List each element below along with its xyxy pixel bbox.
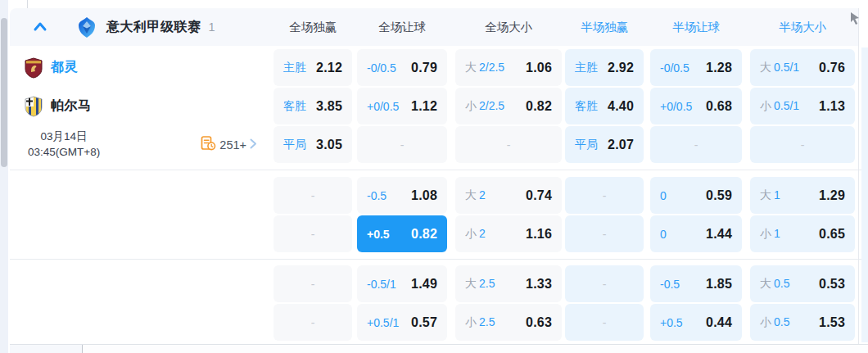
odds-cell[interactable]: 小10.65	[750, 215, 855, 252]
team-away: 帕尔马	[18, 96, 92, 117]
section-divider	[10, 259, 868, 260]
odds-value: 0.59	[706, 188, 732, 203]
over-under-prefix: 小	[760, 99, 771, 112]
odds-label: -0.5	[660, 278, 680, 291]
team-name-home[interactable]: 都灵	[51, 59, 78, 76]
odds-value: 0.53	[819, 277, 845, 292]
odds-cell[interactable]: 平局2.07	[565, 126, 644, 163]
odds-handicap: 1	[774, 188, 780, 201]
odds-value: 0.74	[526, 188, 552, 203]
odds-handicap: 1	[774, 227, 780, 240]
more-markets-link[interactable]: 251+	[201, 136, 257, 154]
odds-cell[interactable]: +0.5/10.57	[357, 304, 447, 341]
odds-value: 1.12	[411, 99, 437, 114]
odds-value: 1.33	[526, 277, 552, 292]
odds-label: -0/0.5	[367, 61, 396, 75]
odds-handicap: +0.5/1	[367, 316, 399, 329]
odds-cell[interactable]: 大20.74	[455, 177, 562, 214]
odds-cell[interactable]: 客胜3.85	[274, 88, 352, 124]
odds-cell[interactable]: -0.5/11.49	[357, 265, 447, 302]
odds-cell[interactable]: 大11.29	[750, 177, 855, 214]
odds-label: -0/0.5	[660, 61, 689, 75]
odds-value: 0.65	[819, 227, 845, 242]
odds-cell[interactable]: 小0.5/11.13	[750, 88, 855, 124]
row-left-column	[10, 177, 270, 214]
odds-cell[interactable]: -0/0.51.28	[650, 49, 742, 86]
odds-cell[interactable]: +0/0.51.12	[357, 88, 447, 124]
odds-label: -0.5	[367, 189, 387, 202]
odds-label: 小0.5	[760, 315, 789, 330]
empty-odds-placeholder: -	[507, 138, 511, 152]
odds-handicap: 2/2.5	[479, 61, 504, 74]
odds-label: +0/0.5	[660, 100, 692, 113]
chevron-up-icon[interactable]	[31, 18, 49, 36]
vertical-scrollbar-thumb[interactable]	[1, 18, 7, 167]
odds-cell[interactable]: 平局3.05	[274, 126, 352, 163]
odds-cell[interactable]: 客胜4.40	[565, 88, 644, 124]
chevron-right-icon	[250, 138, 257, 152]
odds-cell: -	[274, 304, 352, 341]
odds-handicap: 平局	[283, 138, 306, 151]
odds-cell[interactable]: 小2.50.63	[455, 304, 562, 341]
odds-handicap: 0.5/1	[774, 99, 799, 112]
odds-cell[interactable]: 小0.51.53	[750, 304, 855, 341]
odds-handicap: 2/2.5	[479, 99, 504, 112]
section-divider	[10, 170, 868, 170]
odds-cell[interactable]: 01.44	[650, 215, 742, 252]
odds-handicap: +0/0.5	[367, 100, 399, 113]
odds-handicap: +0.5	[367, 228, 390, 241]
column-header-5: 半场让球	[650, 20, 742, 35]
serie-a-logo-icon	[76, 16, 97, 38]
odds-value: 1.44	[706, 227, 732, 242]
over-under-prefix: 大	[465, 61, 477, 74]
odds-cell[interactable]: -0.51.85	[650, 265, 742, 302]
odds-label: +0.5	[367, 228, 390, 241]
odds-label: 0	[660, 189, 667, 202]
odds-handicap: -0.5/1	[367, 278, 396, 291]
vertical-scrollbar-track[interactable]	[0, 0, 8, 353]
row-left-column: 帕尔马	[10, 88, 270, 124]
odds-label: 大0.5	[760, 277, 789, 292]
next-section-peek-body	[83, 345, 868, 353]
odds-cell[interactable]: 主胜2.92	[565, 49, 644, 86]
odds-cell[interactable]: 大2.51.33	[455, 265, 562, 302]
odds-cell[interactable]: 00.59	[650, 177, 742, 214]
empty-odds-placeholder: -	[694, 138, 698, 152]
odds-label: 小0.5/1	[760, 99, 799, 114]
league-header-row: 意大利甲级联赛 1 全场独赢全场让球全场大小半场独赢半场让球半场大小	[10, 8, 858, 46]
odds-value: 0.57	[411, 315, 437, 330]
odds-handicap: 0	[660, 228, 667, 241]
odds-cell[interactable]: +0.50.82	[357, 215, 447, 252]
odds-value: 2.07	[608, 138, 634, 152]
row-left-column: 03月14日03:45(GMT+8)251+	[10, 126, 270, 163]
odds-cell: -	[565, 304, 644, 341]
empty-odds-placeholder: -	[603, 278, 607, 291]
odds-cell[interactable]: 小21.16	[455, 215, 562, 252]
torino-crest-icon	[25, 57, 43, 79]
odds-cell[interactable]: 小2/2.50.82	[455, 88, 562, 124]
over-under-prefix: 大	[465, 188, 477, 201]
odds-cell[interactable]: -0/0.50.79	[357, 49, 447, 86]
next-section-peek	[10, 345, 82, 353]
odds-cell[interactable]: +0.50.44	[650, 304, 742, 341]
odds-handicap: 主胜	[283, 61, 306, 74]
empty-odds-placeholder: -	[311, 278, 315, 291]
odds-cell[interactable]: 主胜2.12	[274, 49, 352, 86]
odds-cell[interactable]: 大2/2.51.06	[455, 49, 562, 86]
odds-value: 1.06	[526, 61, 552, 75]
odds-cell[interactable]: 大0.5/10.76	[750, 49, 855, 86]
mouse-cursor-icon	[850, 12, 861, 29]
odds-cell[interactable]: 大0.50.53	[750, 265, 855, 302]
parma-crest-icon	[25, 96, 43, 117]
odds-value: 4.40	[608, 99, 634, 114]
odds-label: 大2/2.5	[465, 61, 504, 75]
odds-row: --0.51.08大20.74-00.59大11.29	[10, 177, 868, 214]
odds-value: 1.08	[411, 188, 437, 203]
team-name-away[interactable]: 帕尔马	[51, 97, 92, 115]
empty-odds-placeholder: -	[603, 189, 607, 202]
odds-value: 3.85	[316, 99, 342, 114]
odds-section: --0.5/11.49大2.51.33--0.51.85大0.50.53-+0.…	[10, 265, 868, 341]
odds-body: 都灵主胜2.12-0/0.50.79大2/2.51.06主胜2.92-0/0.5…	[10, 49, 868, 341]
odds-cell[interactable]: -0.51.08	[357, 177, 447, 214]
odds-cell[interactable]: +0/0.50.68	[650, 88, 742, 124]
